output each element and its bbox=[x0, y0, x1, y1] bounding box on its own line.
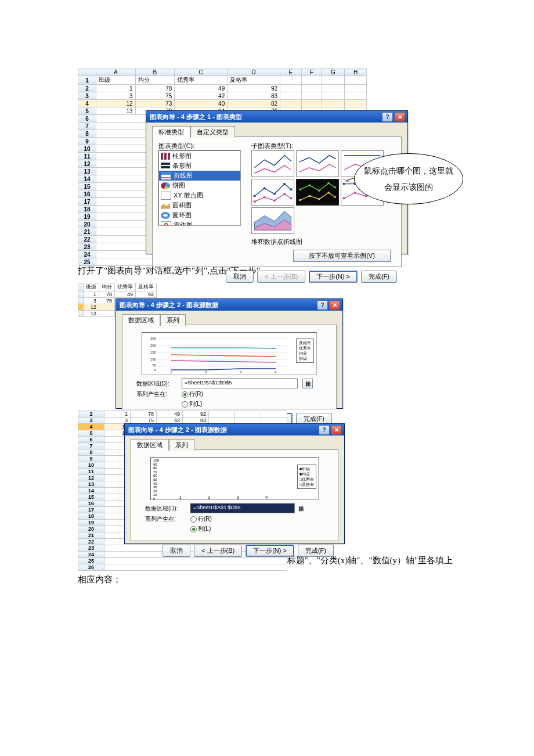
cell[interactable]: 49 bbox=[175, 85, 228, 92]
col-B[interactable]: B bbox=[135, 69, 175, 76]
radio-columns[interactable]: 列(L) bbox=[190, 525, 211, 533]
dialog-titlebar[interactable]: 图表向导 - 4 步骤之 2 - 图表源数据 ? ✕ bbox=[116, 299, 342, 311]
row-25[interactable]: 25 bbox=[78, 258, 96, 266]
row-8[interactable]: 8 bbox=[78, 449, 104, 456]
cell[interactable]: 78 bbox=[131, 411, 157, 417]
cell[interactable]: 92 bbox=[228, 85, 280, 92]
cancel-button[interactable]: 取消 bbox=[226, 271, 254, 283]
close-button[interactable]: ✕ bbox=[329, 300, 340, 310]
row-14[interactable]: 14 bbox=[78, 175, 96, 183]
col-F[interactable]: F bbox=[301, 69, 322, 76]
help-button[interactable]: ? bbox=[317, 300, 328, 310]
row-16[interactable]: 16 bbox=[78, 501, 104, 507]
cell[interactable] bbox=[261, 411, 287, 417]
row-10[interactable]: 10 bbox=[78, 462, 104, 469]
row-23[interactable]: 23 bbox=[78, 545, 104, 552]
cell[interactable]: 3 bbox=[104, 417, 131, 424]
row-head[interactable] bbox=[78, 304, 84, 311]
finish-button[interactable]: 完成(F) bbox=[361, 271, 397, 283]
row-22[interactable]: 22 bbox=[78, 539, 104, 545]
cell[interactable]: 42 bbox=[157, 417, 183, 424]
cell[interactable]: 1 bbox=[96, 85, 136, 92]
back-button[interactable]: < 上一步(B) bbox=[257, 271, 305, 283]
cell[interactable]: 83 bbox=[183, 417, 209, 424]
row-20[interactable]: 20 bbox=[78, 526, 104, 532]
row-5[interactable]: 5 bbox=[78, 107, 96, 115]
row-15[interactable]: 15 bbox=[78, 494, 104, 501]
row-11[interactable]: 11 bbox=[78, 153, 96, 160]
cancel-button[interactable]: 取消 bbox=[163, 545, 190, 557]
cell[interactable] bbox=[301, 100, 322, 107]
cell[interactable] bbox=[99, 311, 115, 317]
row-9[interactable]: 9 bbox=[78, 456, 104, 462]
row-6[interactable]: 6 bbox=[78, 437, 104, 443]
cell[interactable] bbox=[322, 92, 344, 100]
row-13[interactable]: 13 bbox=[78, 481, 104, 488]
cell[interactable] bbox=[280, 76, 302, 85]
list-item[interactable]: 面积图 bbox=[159, 200, 240, 210]
cell[interactable] bbox=[99, 304, 115, 311]
row-12[interactable]: 12 bbox=[78, 475, 104, 481]
list-item[interactable]: XY 散点图 bbox=[159, 190, 240, 200]
cell[interactable] bbox=[301, 92, 322, 100]
row-2[interactable]: 2 bbox=[78, 85, 96, 92]
row-7[interactable]: 7 bbox=[78, 443, 104, 449]
dialog-titlebar[interactable]: 图表向导 - 4 步骤之 2 - 图表源数据 ? ✕ bbox=[125, 424, 344, 435]
cell[interactable]: 班级 bbox=[96, 76, 136, 85]
subtype-thumb[interactable] bbox=[251, 150, 294, 177]
row-head[interactable] bbox=[78, 283, 84, 291]
subtype-thumb[interactable] bbox=[251, 179, 294, 206]
cell[interactable]: 1 bbox=[104, 411, 131, 417]
cell[interactable]: 及格率 bbox=[136, 283, 157, 291]
cell[interactable]: 12 bbox=[84, 304, 99, 311]
row-1[interactable]: 1 bbox=[78, 76, 96, 85]
cell[interactable] bbox=[345, 100, 367, 107]
col-A[interactable]: A bbox=[96, 69, 136, 76]
list-item[interactable]: 条形图 bbox=[159, 161, 240, 171]
help-button[interactable]: ? bbox=[319, 425, 330, 435]
cell[interactable] bbox=[235, 417, 261, 424]
data-range-input[interactable]: =Sheet1!$A$1:$D$5 bbox=[190, 503, 295, 513]
tab-standard-types[interactable]: 标准类型 bbox=[152, 126, 190, 138]
dialog-titlebar[interactable]: 图表向导 - 4 步骤之 1 - 图表类型 ? ✕ bbox=[146, 111, 407, 123]
col-H[interactable]: H bbox=[345, 69, 367, 76]
row-3[interactable]: 3 bbox=[78, 92, 96, 100]
back-button[interactable]: < 上一步(B) bbox=[194, 545, 242, 557]
row-21[interactable]: 21 bbox=[78, 532, 104, 539]
cell[interactable]: 优秀率 bbox=[115, 283, 136, 291]
col-D[interactable]: D bbox=[228, 69, 280, 76]
cell[interactable]: 78 bbox=[135, 85, 175, 92]
row-16[interactable]: 16 bbox=[78, 190, 96, 198]
tab-series[interactable]: 系列 bbox=[160, 314, 186, 326]
row-18[interactable]: 18 bbox=[78, 206, 96, 213]
cell[interactable]: 78 bbox=[99, 291, 115, 298]
cell[interactable]: 75 bbox=[131, 417, 157, 424]
col-C[interactable]: C bbox=[175, 69, 228, 76]
row-11[interactable]: 11 bbox=[78, 469, 104, 475]
cell[interactable]: 73 bbox=[135, 100, 175, 107]
row-4[interactable]: 4 bbox=[78, 424, 104, 430]
row-22[interactable]: 22 bbox=[78, 236, 96, 243]
cell[interactable]: 75 bbox=[99, 298, 115, 304]
row-24[interactable]: 24 bbox=[78, 251, 96, 258]
row-head[interactable] bbox=[78, 311, 84, 317]
data-range-input[interactable]: =Sheet1!$A$1:$D$5 bbox=[182, 379, 298, 388]
row-head[interactable] bbox=[78, 291, 84, 298]
tab-custom-types[interactable]: 自定义类型 bbox=[190, 126, 235, 138]
tab-series[interactable]: 系列 bbox=[169, 439, 194, 451]
cell[interactable] bbox=[345, 85, 367, 92]
cell[interactable]: 3 bbox=[84, 298, 99, 304]
close-button[interactable]: ✕ bbox=[331, 425, 342, 435]
col-G[interactable]: G bbox=[322, 69, 344, 76]
row-2[interactable]: 2 bbox=[78, 411, 104, 417]
cell[interactable] bbox=[235, 411, 261, 417]
next-button[interactable]: 下一步(N) > bbox=[246, 545, 294, 557]
cell[interactable] bbox=[280, 92, 302, 100]
radio-rows[interactable]: 行(R) bbox=[182, 390, 203, 398]
row-14[interactable]: 14 bbox=[78, 488, 104, 494]
row-25[interactable]: 25 bbox=[78, 558, 104, 564]
cell[interactable] bbox=[261, 417, 287, 424]
list-item[interactable]: 圆环图 bbox=[159, 210, 240, 220]
next-button[interactable]: 下一步(N) > bbox=[309, 271, 358, 283]
row-12[interactable]: 12 bbox=[78, 160, 96, 168]
